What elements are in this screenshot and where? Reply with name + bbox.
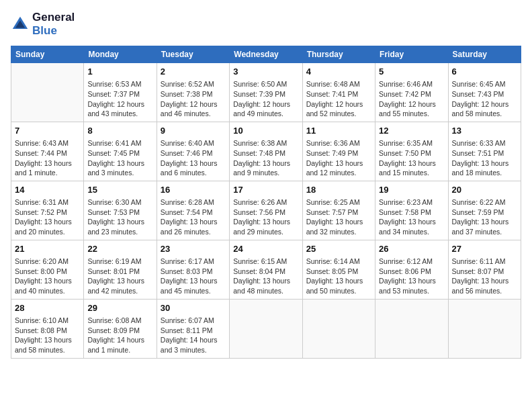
day-info: Sunrise: 6:28 AM Sunset: 7:54 PM Dayligh… <box>161 197 226 237</box>
logo: General Blue <box>11 11 75 38</box>
weekday-header-row: SundayMondayTuesdayWednesdayThursdayFrid… <box>11 46 521 63</box>
calendar-cell: 6Sunrise: 6:45 AM Sunset: 7:43 PM Daylig… <box>448 63 521 122</box>
calendar-cell: 5Sunrise: 6:46 AM Sunset: 7:42 PM Daylig… <box>375 63 448 122</box>
weekday-header: Wednesday <box>230 46 302 63</box>
calendar-cell: 9Sunrise: 6:40 AM Sunset: 7:46 PM Daylig… <box>157 122 229 181</box>
calendar-cell: 22Sunrise: 6:19 AM Sunset: 8:01 PM Dayli… <box>84 240 157 299</box>
day-info: Sunrise: 6:31 AM Sunset: 7:52 PM Dayligh… <box>15 197 80 237</box>
day-number: 24 <box>233 243 298 255</box>
calendar-cell: 15Sunrise: 6:30 AM Sunset: 7:53 PM Dayli… <box>84 181 157 240</box>
calendar-cell: 27Sunrise: 6:11 AM Sunset: 8:07 PM Dayli… <box>448 240 521 299</box>
calendar-cell: 2Sunrise: 6:52 AM Sunset: 7:38 PM Daylig… <box>157 63 229 122</box>
calendar-cell <box>375 299 448 358</box>
page-header: General Blue <box>11 11 521 38</box>
day-number: 22 <box>87 243 152 255</box>
calendar-cell: 30Sunrise: 6:07 AM Sunset: 8:11 PM Dayli… <box>157 299 229 358</box>
calendar-cell: 21Sunrise: 6:20 AM Sunset: 8:00 PM Dayli… <box>11 240 84 299</box>
calendar-cell: 10Sunrise: 6:38 AM Sunset: 7:48 PM Dayli… <box>230 122 302 181</box>
day-info: Sunrise: 6:12 AM Sunset: 8:06 PM Dayligh… <box>379 257 444 296</box>
calendar-cell: 26Sunrise: 6:12 AM Sunset: 8:06 PM Dayli… <box>375 240 448 299</box>
day-number: 16 <box>161 184 226 196</box>
day-number: 1 <box>87 66 152 78</box>
day-info: Sunrise: 6:11 AM Sunset: 8:07 PM Dayligh… <box>452 257 517 296</box>
day-info: Sunrise: 6:08 AM Sunset: 8:09 PM Dayligh… <box>87 316 152 355</box>
calendar-cell: 17Sunrise: 6:26 AM Sunset: 7:56 PM Dayli… <box>230 181 302 240</box>
day-info: Sunrise: 6:10 AM Sunset: 8:08 PM Dayligh… <box>15 316 80 355</box>
day-number: 15 <box>87 184 152 196</box>
calendar-table: SundayMondayTuesdayWednesdayThursdayFrid… <box>11 46 521 359</box>
day-number: 3 <box>233 66 298 78</box>
day-info: Sunrise: 6:48 AM Sunset: 7:41 PM Dayligh… <box>306 79 371 119</box>
day-info: Sunrise: 6:35 AM Sunset: 7:50 PM Dayligh… <box>379 138 444 178</box>
calendar-week-row: 21Sunrise: 6:20 AM Sunset: 8:00 PM Dayli… <box>11 240 521 299</box>
day-number: 4 <box>306 66 371 78</box>
calendar-cell: 13Sunrise: 6:33 AM Sunset: 7:51 PM Dayli… <box>448 122 521 181</box>
weekday-header: Monday <box>84 46 157 63</box>
calendar-cell: 1Sunrise: 6:53 AM Sunset: 7:37 PM Daylig… <box>84 63 157 122</box>
calendar-cell: 24Sunrise: 6:15 AM Sunset: 8:04 PM Dayli… <box>230 240 302 299</box>
calendar-cell: 8Sunrise: 6:41 AM Sunset: 7:45 PM Daylig… <box>84 122 157 181</box>
day-number: 13 <box>452 125 517 137</box>
calendar-cell: 7Sunrise: 6:43 AM Sunset: 7:44 PM Daylig… <box>11 122 84 181</box>
day-number: 21 <box>15 243 80 255</box>
calendar-cell: 14Sunrise: 6:31 AM Sunset: 7:52 PM Dayli… <box>11 181 84 240</box>
weekday-header: Sunday <box>11 46 84 63</box>
day-number: 7 <box>15 125 80 137</box>
day-info: Sunrise: 6:30 AM Sunset: 7:53 PM Dayligh… <box>87 197 152 237</box>
day-info: Sunrise: 6:43 AM Sunset: 7:44 PM Dayligh… <box>15 138 80 178</box>
day-number: 17 <box>233 184 298 196</box>
day-info: Sunrise: 6:07 AM Sunset: 8:11 PM Dayligh… <box>161 316 226 355</box>
calendar-cell <box>302 299 375 358</box>
day-number: 14 <box>15 184 80 196</box>
day-info: Sunrise: 6:53 AM Sunset: 7:37 PM Dayligh… <box>87 79 152 119</box>
calendar-cell: 12Sunrise: 6:35 AM Sunset: 7:50 PM Dayli… <box>375 122 448 181</box>
day-info: Sunrise: 6:46 AM Sunset: 7:42 PM Dayligh… <box>379 79 444 119</box>
logo-icon <box>11 15 30 34</box>
calendar-cell: 25Sunrise: 6:14 AM Sunset: 8:05 PM Dayli… <box>302 240 375 299</box>
day-number: 30 <box>161 302 226 314</box>
day-info: Sunrise: 6:15 AM Sunset: 8:04 PM Dayligh… <box>233 257 298 296</box>
weekday-header: Friday <box>375 46 448 63</box>
day-number: 29 <box>87 302 152 314</box>
day-number: 8 <box>87 125 152 137</box>
day-info: Sunrise: 6:25 AM Sunset: 7:57 PM Dayligh… <box>306 197 371 237</box>
day-info: Sunrise: 6:23 AM Sunset: 7:58 PM Dayligh… <box>379 197 444 237</box>
day-info: Sunrise: 6:22 AM Sunset: 7:59 PM Dayligh… <box>452 197 517 237</box>
logo-text: General Blue <box>32 11 75 38</box>
day-number: 28 <box>15 302 80 314</box>
day-number: 18 <box>306 184 371 196</box>
day-number: 2 <box>161 66 226 78</box>
calendar-cell: 28Sunrise: 6:10 AM Sunset: 8:08 PM Dayli… <box>11 299 84 358</box>
day-number: 11 <box>306 125 371 137</box>
day-info: Sunrise: 6:33 AM Sunset: 7:51 PM Dayligh… <box>452 138 517 178</box>
calendar-cell: 4Sunrise: 6:48 AM Sunset: 7:41 PM Daylig… <box>302 63 375 122</box>
day-number: 5 <box>379 66 444 78</box>
calendar-cell: 3Sunrise: 6:50 AM Sunset: 7:39 PM Daylig… <box>230 63 302 122</box>
day-number: 12 <box>379 125 444 137</box>
calendar-week-row: 28Sunrise: 6:10 AM Sunset: 8:08 PM Dayli… <box>11 299 521 358</box>
day-number: 10 <box>233 125 298 137</box>
day-info: Sunrise: 6:41 AM Sunset: 7:45 PM Dayligh… <box>87 138 152 178</box>
calendar-cell: 16Sunrise: 6:28 AM Sunset: 7:54 PM Dayli… <box>157 181 229 240</box>
day-number: 27 <box>452 243 517 255</box>
calendar-cell: 11Sunrise: 6:36 AM Sunset: 7:49 PM Dayli… <box>302 122 375 181</box>
day-number: 26 <box>379 243 444 255</box>
weekday-header: Thursday <box>302 46 375 63</box>
day-number: 25 <box>306 243 371 255</box>
calendar-cell: 29Sunrise: 6:08 AM Sunset: 8:09 PM Dayli… <box>84 299 157 358</box>
weekday-header: Tuesday <box>157 46 229 63</box>
day-info: Sunrise: 6:50 AM Sunset: 7:39 PM Dayligh… <box>233 79 298 119</box>
calendar-week-row: 1Sunrise: 6:53 AM Sunset: 7:37 PM Daylig… <box>11 63 521 122</box>
day-info: Sunrise: 6:45 AM Sunset: 7:43 PM Dayligh… <box>452 79 517 119</box>
calendar-week-row: 14Sunrise: 6:31 AM Sunset: 7:52 PM Dayli… <box>11 181 521 240</box>
day-number: 19 <box>379 184 444 196</box>
day-info: Sunrise: 6:52 AM Sunset: 7:38 PM Dayligh… <box>161 79 226 119</box>
day-info: Sunrise: 6:14 AM Sunset: 8:05 PM Dayligh… <box>306 257 371 296</box>
day-info: Sunrise: 6:19 AM Sunset: 8:01 PM Dayligh… <box>87 257 152 296</box>
day-info: Sunrise: 6:26 AM Sunset: 7:56 PM Dayligh… <box>233 197 298 237</box>
calendar-cell <box>448 299 521 358</box>
day-info: Sunrise: 6:38 AM Sunset: 7:48 PM Dayligh… <box>233 138 298 178</box>
day-number: 20 <box>452 184 517 196</box>
calendar-cell: 23Sunrise: 6:17 AM Sunset: 8:03 PM Dayli… <box>157 240 229 299</box>
calendar-cell <box>11 63 84 122</box>
